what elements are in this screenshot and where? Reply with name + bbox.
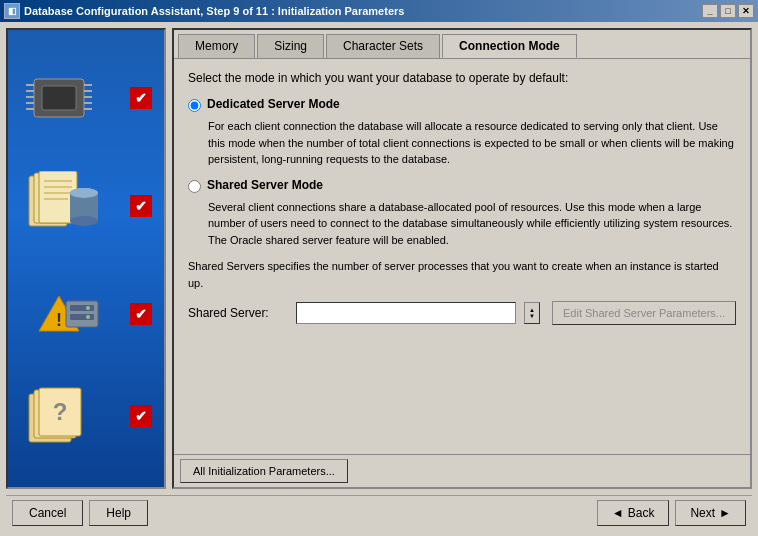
sidebar-row-chip: ✔ <box>8 71 164 126</box>
next-arrow-icon: ► <box>719 506 731 520</box>
help-button[interactable]: Help <box>89 500 148 526</box>
svg-rect-26 <box>70 305 94 311</box>
next-label: Next <box>690 506 715 520</box>
check-badge-4: ✔ <box>130 405 152 427</box>
svg-point-21 <box>70 216 98 226</box>
footer-right-buttons: ◄ Back Next ► <box>597 500 746 526</box>
footer-left-buttons: Cancel Help <box>12 500 148 526</box>
tab-bar: Memory Sizing Character Sets Connection … <box>174 30 750 58</box>
tab-sizing[interactable]: Sizing <box>257 34 324 58</box>
shared-server-description2: Shared Servers specifies the number of s… <box>188 258 736 291</box>
minimize-button[interactable]: _ <box>702 4 718 18</box>
edit-shared-server-button[interactable]: Edit Shared Server Parameters... <box>552 301 736 325</box>
close-button[interactable]: ✕ <box>738 4 754 18</box>
shared-server-field-label: Shared Server: <box>188 306 288 320</box>
dedicated-server-label: Dedicated Server Mode <box>207 97 340 111</box>
shared-server-group: Shared Server Mode Several client connec… <box>188 178 736 249</box>
sidebar: ✔ <box>6 28 166 489</box>
svg-point-22 <box>70 188 98 198</box>
sidebar-row-db: ✔ <box>8 171 164 241</box>
docs-icon: ? <box>24 386 104 446</box>
check-badge-3: ✔ <box>130 303 152 325</box>
chip-icon <box>24 71 104 126</box>
svg-point-29 <box>86 315 90 319</box>
svg-text:!: ! <box>56 310 62 330</box>
tab-content-connection-mode: Select the mode in which you want your d… <box>174 58 750 454</box>
spin-down-icon: ▼ <box>529 313 535 319</box>
tab-connection-mode[interactable]: Connection Mode <box>442 34 577 58</box>
window-title: Database Configuration Assistant, Step 9… <box>24 5 404 17</box>
maximize-button[interactable]: □ <box>720 4 736 18</box>
dedicated-server-group: Dedicated Server Mode For each client co… <box>188 97 736 168</box>
shared-server-input-row: Shared Server: ▲ ▼ Edit Shared Server Pa… <box>188 301 736 325</box>
svg-rect-27 <box>70 314 94 320</box>
main-window: ✔ <box>0 22 758 536</box>
back-button[interactable]: ◄ Back <box>597 500 670 526</box>
shared-server-input[interactable] <box>296 302 516 324</box>
db-icon <box>24 171 104 241</box>
svg-point-28 <box>86 306 90 310</box>
shared-server-description1: Several client connections share a datab… <box>208 199 736 249</box>
shared-server-label-text: Shared Server Mode <box>207 178 323 192</box>
right-panel: Memory Sizing Character Sets Connection … <box>172 28 752 489</box>
next-button[interactable]: Next ► <box>675 500 746 526</box>
mode-description: Select the mode in which you want your d… <box>188 71 736 85</box>
footer: Cancel Help ◄ Back Next ► <box>6 495 752 530</box>
sidebar-illustrations: ✔ <box>8 40 164 477</box>
svg-rect-1 <box>42 86 76 110</box>
svg-text:?: ? <box>53 398 68 425</box>
app-icon: ◧ <box>4 3 20 19</box>
dedicated-server-radio[interactable] <box>188 99 201 112</box>
check-badge-2: ✔ <box>130 195 152 217</box>
tab-character-sets[interactable]: Character Sets <box>326 34 440 58</box>
check-badge-1: ✔ <box>130 87 152 109</box>
tab-memory[interactable]: Memory <box>178 34 255 58</box>
server-icon: ! <box>24 286 104 341</box>
dedicated-server-option[interactable]: Dedicated Server Mode <box>188 97 736 112</box>
dedicated-server-description: For each client connection the database … <box>208 118 736 168</box>
sidebar-row-docs: ? ✔ <box>8 386 164 446</box>
all-initialization-parameters-button[interactable]: All Initialization Parameters... <box>180 459 348 483</box>
bottom-bar: All Initialization Parameters... <box>174 454 750 487</box>
back-label: Back <box>628 506 655 520</box>
sidebar-row-server: ! ✔ <box>8 286 164 341</box>
shared-server-spinner[interactable]: ▲ ▼ <box>524 302 540 324</box>
shared-server-option[interactable]: Shared Server Mode <box>188 178 736 193</box>
title-bar: ◧ Database Configuration Assistant, Step… <box>0 0 758 22</box>
back-arrow-icon: ◄ <box>612 506 624 520</box>
content-area: ✔ <box>6 28 752 489</box>
cancel-button[interactable]: Cancel <box>12 500 83 526</box>
shared-server-radio[interactable] <box>188 180 201 193</box>
